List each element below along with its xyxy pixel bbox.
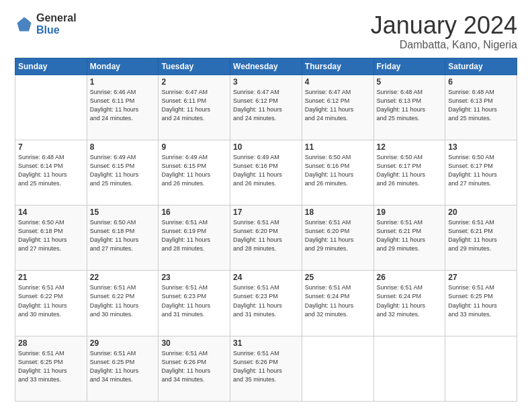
table-row: 23Sunrise: 6:51 AMSunset: 6:23 PMDayligh… xyxy=(159,271,230,336)
day-number: 15 xyxy=(90,208,156,217)
calendar-week-4: 21Sunrise: 6:51 AMSunset: 6:22 PMDayligh… xyxy=(15,271,517,336)
calendar-week-5: 28Sunrise: 6:51 AMSunset: 6:25 PMDayligh… xyxy=(15,336,517,401)
table-row: 24Sunrise: 6:51 AMSunset: 6:23 PMDayligh… xyxy=(230,271,302,336)
day-info: Sunrise: 6:51 AMSunset: 6:21 PMDaylight:… xyxy=(377,218,443,253)
day-info: Sunrise: 6:51 AMSunset: 6:26 PMDaylight:… xyxy=(161,349,227,384)
day-number: 16 xyxy=(161,208,227,217)
day-number: 1 xyxy=(90,77,156,87)
col-monday: Monday xyxy=(87,58,159,75)
table-row: 6Sunrise: 6:48 AMSunset: 6:13 PMDaylight… xyxy=(445,75,517,140)
day-number: 10 xyxy=(233,142,299,152)
table-row: 26Sunrise: 6:51 AMSunset: 6:24 PMDayligh… xyxy=(373,271,445,336)
calendar-week-1: 1Sunrise: 6:46 AMSunset: 6:11 PMDaylight… xyxy=(15,75,517,140)
month-title: January 2024 xyxy=(371,12,517,39)
logo-blue: Blue xyxy=(36,24,60,36)
logo-icon xyxy=(15,15,34,34)
day-number: 11 xyxy=(305,142,371,152)
day-info: Sunrise: 6:50 AMSunset: 6:18 PMDaylight:… xyxy=(90,218,156,253)
day-number: 29 xyxy=(90,338,156,348)
day-info: Sunrise: 6:49 AMSunset: 6:16 PMDaylight:… xyxy=(233,153,299,188)
table-row: 20Sunrise: 6:51 AMSunset: 6:21 PMDayligh… xyxy=(445,205,517,271)
table-row: 2Sunrise: 6:47 AMSunset: 6:11 PMDaylight… xyxy=(159,75,230,140)
location: Dambatta, Kano, Nigeria xyxy=(371,39,517,51)
day-number: 26 xyxy=(377,273,443,282)
table-row: 11Sunrise: 6:50 AMSunset: 6:16 PMDayligh… xyxy=(302,140,373,205)
day-number: 19 xyxy=(377,208,443,217)
day-info: Sunrise: 6:50 AMSunset: 6:16 PMDaylight:… xyxy=(305,153,371,188)
day-info: Sunrise: 6:51 AMSunset: 6:22 PMDaylight:… xyxy=(90,283,156,318)
table-row xyxy=(373,336,445,401)
day-number: 24 xyxy=(233,273,299,282)
table-row: 1Sunrise: 6:46 AMSunset: 6:11 PMDaylight… xyxy=(87,75,159,140)
day-number: 31 xyxy=(233,338,299,348)
table-row: 13Sunrise: 6:50 AMSunset: 6:17 PMDayligh… xyxy=(445,140,517,205)
day-number: 20 xyxy=(448,208,514,217)
day-number: 7 xyxy=(18,142,84,152)
table-row: 22Sunrise: 6:51 AMSunset: 6:22 PMDayligh… xyxy=(87,271,159,336)
table-row: 17Sunrise: 6:51 AMSunset: 6:20 PMDayligh… xyxy=(230,205,302,271)
logo-text: General Blue xyxy=(36,12,77,37)
day-info: Sunrise: 6:51 AMSunset: 6:26 PMDaylight:… xyxy=(233,349,299,384)
title-block: January 2024 Dambatta, Kano, Nigeria xyxy=(371,12,517,51)
day-info: Sunrise: 6:51 AMSunset: 6:22 PMDaylight:… xyxy=(18,283,84,318)
table-row: 31Sunrise: 6:51 AMSunset: 6:26 PMDayligh… xyxy=(230,336,302,401)
day-info: Sunrise: 6:47 AMSunset: 6:11 PMDaylight:… xyxy=(161,88,227,123)
day-number: 5 xyxy=(377,77,443,87)
calendar-week-2: 7Sunrise: 6:48 AMSunset: 6:14 PMDaylight… xyxy=(15,140,517,205)
day-number: 14 xyxy=(18,208,84,217)
page: General Blue January 2024 Dambatta, Kano… xyxy=(0,0,532,411)
col-wednesday: Wednesday xyxy=(230,58,302,75)
calendar-table: Sunday Monday Tuesday Wednesday Thursday… xyxy=(15,58,517,402)
day-number: 3 xyxy=(233,77,299,87)
day-info: Sunrise: 6:50 AMSunset: 6:17 PMDaylight:… xyxy=(377,153,443,188)
day-info: Sunrise: 6:50 AMSunset: 6:17 PMDaylight:… xyxy=(448,153,514,188)
day-info: Sunrise: 6:46 AMSunset: 6:11 PMDaylight:… xyxy=(90,88,156,123)
table-row xyxy=(302,336,373,401)
table-row: 12Sunrise: 6:50 AMSunset: 6:17 PMDayligh… xyxy=(373,140,445,205)
table-row: 21Sunrise: 6:51 AMSunset: 6:22 PMDayligh… xyxy=(15,271,87,336)
day-number: 17 xyxy=(233,208,299,217)
table-row: 14Sunrise: 6:50 AMSunset: 6:18 PMDayligh… xyxy=(15,205,87,271)
col-saturday: Saturday xyxy=(445,58,517,75)
day-info: Sunrise: 6:47 AMSunset: 6:12 PMDaylight:… xyxy=(233,88,299,123)
day-number: 12 xyxy=(377,142,443,152)
day-number: 18 xyxy=(305,208,371,217)
day-number: 30 xyxy=(161,338,227,348)
day-number: 22 xyxy=(90,273,156,282)
day-info: Sunrise: 6:48 AMSunset: 6:13 PMDaylight:… xyxy=(377,88,443,123)
day-number: 13 xyxy=(448,142,514,152)
day-info: Sunrise: 6:51 AMSunset: 6:25 PMDaylight:… xyxy=(448,283,514,318)
day-info: Sunrise: 6:51 AMSunset: 6:25 PMDaylight:… xyxy=(18,349,84,384)
day-number: 25 xyxy=(305,273,371,282)
day-info: Sunrise: 6:49 AMSunset: 6:15 PMDaylight:… xyxy=(161,153,227,188)
day-info: Sunrise: 6:48 AMSunset: 6:13 PMDaylight:… xyxy=(448,88,514,123)
day-number: 4 xyxy=(305,77,371,87)
logo: General Blue xyxy=(15,12,77,37)
day-info: Sunrise: 6:51 AMSunset: 6:21 PMDaylight:… xyxy=(448,218,514,253)
day-number: 23 xyxy=(161,273,227,282)
col-sunday: Sunday xyxy=(15,58,87,75)
svg-marker-0 xyxy=(17,17,32,32)
table-row: 8Sunrise: 6:49 AMSunset: 6:15 PMDaylight… xyxy=(87,140,159,205)
table-row: 30Sunrise: 6:51 AMSunset: 6:26 PMDayligh… xyxy=(159,336,230,401)
table-row: 15Sunrise: 6:50 AMSunset: 6:18 PMDayligh… xyxy=(87,205,159,271)
calendar-header-row: Sunday Monday Tuesday Wednesday Thursday… xyxy=(15,58,517,75)
table-row: 28Sunrise: 6:51 AMSunset: 6:25 PMDayligh… xyxy=(15,336,87,401)
table-row: 16Sunrise: 6:51 AMSunset: 6:19 PMDayligh… xyxy=(159,205,230,271)
table-row xyxy=(15,75,87,140)
table-row: 29Sunrise: 6:51 AMSunset: 6:25 PMDayligh… xyxy=(87,336,159,401)
table-row: 27Sunrise: 6:51 AMSunset: 6:25 PMDayligh… xyxy=(445,271,517,336)
calendar-week-3: 14Sunrise: 6:50 AMSunset: 6:18 PMDayligh… xyxy=(15,205,517,271)
day-info: Sunrise: 6:51 AMSunset: 6:20 PMDaylight:… xyxy=(233,218,299,253)
day-info: Sunrise: 6:51 AMSunset: 6:20 PMDaylight:… xyxy=(305,218,371,253)
table-row: 25Sunrise: 6:51 AMSunset: 6:24 PMDayligh… xyxy=(302,271,373,336)
day-info: Sunrise: 6:51 AMSunset: 6:19 PMDaylight:… xyxy=(161,218,227,253)
header: General Blue January 2024 Dambatta, Kano… xyxy=(15,12,517,51)
table-row: 5Sunrise: 6:48 AMSunset: 6:13 PMDaylight… xyxy=(373,75,445,140)
table-row: 18Sunrise: 6:51 AMSunset: 6:20 PMDayligh… xyxy=(302,205,373,271)
day-info: Sunrise: 6:51 AMSunset: 6:24 PMDaylight:… xyxy=(377,283,443,318)
day-info: Sunrise: 6:51 AMSunset: 6:23 PMDaylight:… xyxy=(161,283,227,318)
day-info: Sunrise: 6:51 AMSunset: 6:25 PMDaylight:… xyxy=(90,349,156,384)
day-number: 2 xyxy=(161,77,227,87)
logo-general: General xyxy=(36,12,77,24)
